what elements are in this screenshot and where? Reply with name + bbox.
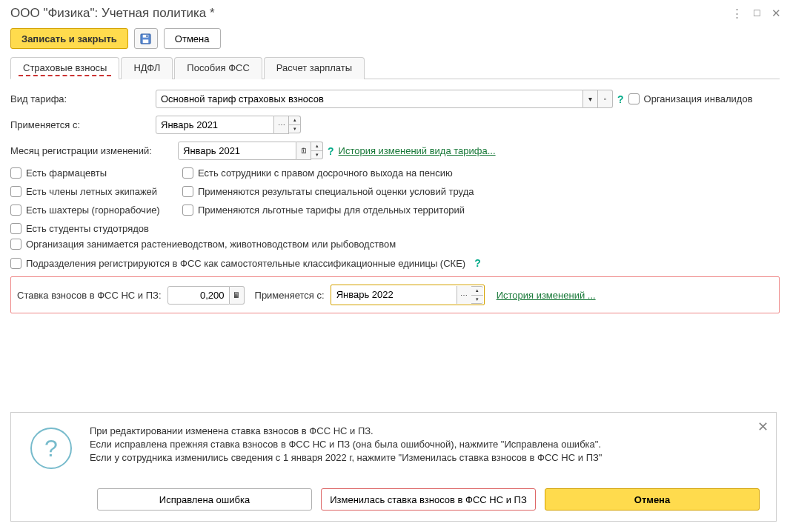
- close-icon[interactable]: ✕: [771, 7, 781, 20]
- check-miners[interactable]: [10, 205, 21, 216]
- help-icon[interactable]: ?: [328, 145, 334, 157]
- tab-salary-calc[interactable]: Расчет зарплаты: [264, 57, 365, 79]
- open-icon[interactable]: ▫: [598, 90, 613, 108]
- check-early-pension[interactable]: [182, 167, 193, 179]
- spin-up-icon[interactable]: ▴: [289, 116, 301, 124]
- applies-from-label: Применяется с:: [10, 119, 156, 130]
- check-label: Применяются результаты специальной оценк…: [198, 186, 474, 197]
- ellipsis-icon[interactable]: ⋯: [274, 116, 289, 134]
- rate-from-label: Применяется с:: [255, 290, 325, 301]
- check-label: Организация занимается растениеводством,…: [26, 239, 396, 250]
- spin-down-icon[interactable]: ▾: [289, 124, 301, 133]
- org-disabled-label: Организация инвалидов: [644, 93, 753, 104]
- tab-insurance[interactable]: Страховые взносы: [10, 57, 119, 79]
- tariff-type-input[interactable]: [156, 90, 583, 108]
- tab-label: Страховые взносы: [23, 62, 107, 73]
- floppy-icon: [140, 33, 151, 44]
- tab-fss-benefits[interactable]: Пособия ФСС: [174, 57, 262, 79]
- check-ske[interactable]: [10, 258, 21, 269]
- check-students[interactable]: [10, 223, 21, 234]
- confirm-dialog: ✕ ? При редактировании изменена ставка в…: [10, 412, 777, 522]
- rate-label: Ставка взносов в ФСС НС и ПЗ:: [17, 290, 162, 301]
- help-icon[interactable]: ?: [474, 257, 481, 269]
- save-and-close-button[interactable]: Записать и закрыть: [10, 28, 128, 49]
- rate-input[interactable]: [167, 286, 230, 305]
- tariff-type-label: Вид тарифа:: [10, 93, 156, 104]
- check-label: Есть сотрудники с правом досрочного выхо…: [198, 167, 453, 179]
- svg-rect-2: [143, 39, 149, 43]
- check-label: Подразделения регистрируются в ФСС как с…: [26, 258, 465, 269]
- check-label: Есть студенты студотрядов: [26, 223, 149, 234]
- svg-rect-3: [147, 35, 148, 37]
- org-disabled-checkbox[interactable]: [628, 93, 640, 104]
- check-territories[interactable]: [182, 205, 193, 216]
- window-title: ООО "Физика": Учетная политика *: [10, 6, 731, 21]
- maximize-icon[interactable]: ☐: [753, 8, 761, 19]
- check-agriculture[interactable]: [10, 239, 21, 250]
- spin-down-icon[interactable]: ▾: [471, 295, 483, 304]
- more-icon[interactable]: ⋮: [731, 7, 743, 20]
- spin-up-icon[interactable]: ▴: [471, 286, 483, 295]
- history-link[interactable]: История изменений ...: [497, 290, 596, 301]
- calendar-icon[interactable]: 🗓: [296, 142, 311, 160]
- tab-ndfl[interactable]: НДФЛ: [121, 57, 173, 79]
- reg-month-input[interactable]: [178, 142, 296, 160]
- dialog-close-icon[interactable]: ✕: [757, 419, 769, 435]
- spin-down-icon[interactable]: ▾: [311, 150, 323, 159]
- check-pharmacists[interactable]: [10, 167, 21, 179]
- reg-month-label: Месяц регистрации изменений:: [10, 145, 178, 156]
- rate-from-input[interactable]: [332, 286, 457, 303]
- dialog-text: При редактировании изменена ставка взнос…: [90, 425, 602, 465]
- spin-up-icon[interactable]: ▴: [311, 142, 323, 150]
- check-flight-crew[interactable]: [10, 186, 21, 197]
- dialog-cancel-button[interactable]: Отмена: [545, 488, 760, 511]
- cancel-button[interactable]: Отмена: [164, 28, 221, 49]
- save-button[interactable]: [134, 28, 158, 49]
- check-label: Есть шахтеры (горнорабочие): [26, 205, 160, 216]
- ellipsis-icon[interactable]: ⋯: [457, 286, 471, 304]
- check-label: Есть фармацевты: [26, 167, 107, 179]
- check-label: Есть члены летных экипажей: [26, 186, 157, 197]
- check-special-assessment[interactable]: [182, 186, 193, 197]
- help-icon[interactable]: ?: [617, 93, 624, 105]
- dropdown-icon[interactable]: ▾: [583, 90, 598, 108]
- fixed-error-button[interactable]: Исправлена ошибка: [97, 488, 312, 511]
- tariff-history-link[interactable]: История изменений вида тарифа...: [339, 145, 496, 156]
- rate-changed-button[interactable]: Изменилась ставка взносов в ФСС НС и ПЗ: [321, 488, 536, 511]
- question-icon: ?: [30, 428, 72, 469]
- check-label: Применяются льготные тарифы для отдельны…: [198, 205, 465, 216]
- calculator-icon[interactable]: 🖩: [230, 286, 245, 305]
- applies-from-input[interactable]: [156, 116, 274, 134]
